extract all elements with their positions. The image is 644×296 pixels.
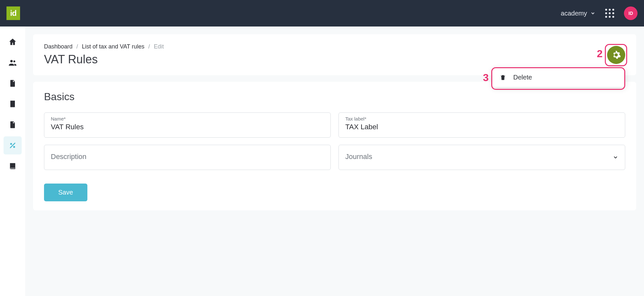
user-avatar[interactable]: ID (624, 6, 638, 20)
gear-icon (611, 50, 621, 60)
delete-menu-item[interactable]: Delete (493, 68, 625, 87)
journals-field-container[interactable]: Journals (339, 145, 625, 170)
form-row-2: Description Journals (44, 145, 625, 170)
header-panel: Dashboard / List of tax and VAT rules / … (33, 34, 636, 75)
annotation-number-3: 3 (483, 72, 489, 84)
topbar-right: academy ID (561, 6, 638, 20)
basics-title: Basics (44, 91, 625, 103)
delete-label: Delete (513, 74, 532, 81)
description-placeholder: Description (51, 153, 324, 161)
percent-icon (8, 141, 17, 150)
app-logo[interactable]: id (6, 6, 20, 20)
breadcrumb-list[interactable]: List of tax and VAT rules (82, 43, 144, 50)
avatar-initials: ID (628, 11, 633, 16)
home-icon (8, 37, 17, 47)
sidebar-item-invoice[interactable] (4, 116, 22, 134)
apps-menu-icon[interactable] (605, 9, 614, 18)
tax-label-label: Tax label* (345, 116, 618, 122)
invoice-icon (8, 120, 17, 129)
name-input[interactable] (51, 123, 324, 131)
page-title: VAT Rules (44, 53, 625, 66)
breadcrumb-dashboard[interactable]: Dashboard (44, 43, 72, 50)
name-label: Name* (51, 116, 324, 122)
name-field-container[interactable]: Name* (44, 112, 331, 138)
svg-point-1 (13, 60, 15, 62)
workspace-selector[interactable]: academy (561, 10, 595, 17)
sidebar-item-users[interactable] (4, 54, 22, 72)
document-icon (8, 79, 17, 88)
journals-placeholder: Journals (345, 153, 618, 161)
svg-point-0 (10, 60, 13, 62)
breadcrumb: Dashboard / List of tax and VAT rules / … (44, 43, 625, 50)
tax-label-input[interactable] (345, 123, 618, 131)
svg-point-3 (13, 146, 15, 148)
form-row-1: Name* Tax label* (44, 112, 625, 138)
sidebar-item-vat[interactable] (4, 136, 22, 154)
users-icon (8, 58, 17, 67)
chevron-down-icon (613, 154, 618, 160)
basics-panel: Basics Name* Tax label* Description Jour… (33, 82, 636, 210)
book-icon (8, 162, 17, 171)
breadcrumb-separator: / (76, 43, 78, 50)
workspace-label: academy (561, 10, 587, 17)
breadcrumb-current: Edit (154, 43, 164, 50)
sidebar-item-home[interactable] (4, 33, 22, 51)
chevron-down-icon (590, 11, 595, 16)
sidebar-item-book[interactable] (4, 157, 22, 175)
svg-point-2 (10, 143, 12, 145)
top-bar: id academy ID (0, 0, 644, 26)
sidebar-item-receipt[interactable] (4, 95, 22, 113)
annotation-number-2: 2 (597, 48, 603, 60)
save-button[interactable]: Save (44, 184, 87, 201)
main-layout: Dashboard / List of tax and VAT rules / … (0, 26, 644, 296)
trash-icon (500, 74, 506, 81)
sidebar (0, 26, 25, 296)
settings-button[interactable] (607, 46, 625, 64)
breadcrumb-separator: / (148, 43, 150, 50)
sidebar-item-document[interactable] (4, 74, 22, 92)
tax-label-field-container[interactable]: Tax label* (339, 112, 625, 138)
description-field-container[interactable]: Description (44, 145, 331, 170)
settings-dropdown: Delete (493, 68, 625, 87)
receipt-icon (8, 100, 17, 109)
main-content: Dashboard / List of tax and VAT rules / … (25, 26, 644, 296)
